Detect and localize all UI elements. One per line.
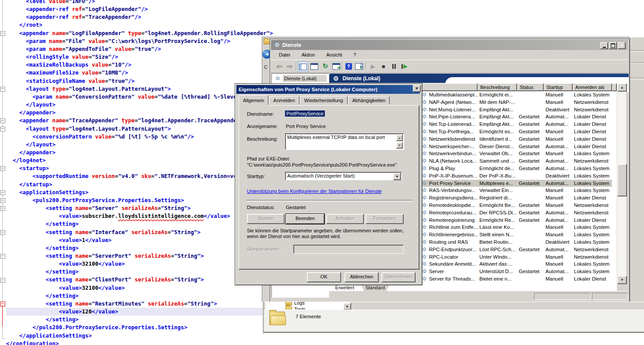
fold-marker-red[interactable]: − [0,302,5,306]
description-field[interactable]: Multiplexes external TCP/IP data on loca… [285,133,404,150]
tab-erweitert[interactable]: Erweitert [330,285,359,291]
column-header-anmelden-als[interactable]: Anmelden als [573,83,612,91]
column-header-status[interactable]: Status [517,83,544,91]
start-button[interactable]: Starten [247,214,285,224]
startoptions-help-link[interactable]: Unterstützung beim Konfigurieren der Sta… [247,189,382,194]
forward-icon[interactable]: ⇨ [285,61,295,71]
tab-standard[interactable]: Standard [361,285,390,291]
column-header-starttyp[interactable]: Starttyp [544,83,573,91]
pause-service-icon[interactable] [389,61,399,71]
tree-item-dienste-lokal[interactable]: Dienste (Lokal) [283,75,327,82]
action-pane-toggle-icon[interactable]: ▶ [354,61,364,71]
service-status: Gestartet [519,135,545,143]
services-window-title: Dienste [282,42,301,48]
menu-ansicht[interactable]: Ansicht [326,52,342,57]
banner-title: Dienste (Lokal) [343,75,380,82]
service-starttype: Manuell [545,224,573,231]
code-line[interactable]: </log4net> [6,156,268,164]
service-starttype: Deaktiviert [545,172,573,180]
scroll-up-icon[interactable]: ▲ [396,135,403,141]
code-line[interactable]: <appender-ref ref="LogFileAppender"/> [6,5,282,13]
close-button[interactable]: × [618,42,626,49]
service-name: Remoteregistrierung [429,217,478,224]
services-titlebar[interactable]: ⚙ Dienste × [271,40,628,50]
folder-row[interactable]: Logs [285,302,305,306]
code-line[interactable]: <param name="AppendToFile" value="true"/… [6,45,282,53]
service-description: Empfängt Akt... [479,121,518,128]
code-line[interactable]: <setting name="RestartMinutes" serialize… [6,300,301,308]
service-logon-as: Lokaler Dienst [574,113,613,121]
dialog-tab-page: Dienstname: PortProxyService Anzeigename… [239,105,419,270]
menu-hilfe[interactable]: ? [353,52,356,57]
menu-datei[interactable]: Datei [279,52,290,57]
fold-marker[interactable]: − [0,190,5,195]
minimize-button[interactable] [600,42,608,49]
code-line[interactable]: </root> [6,21,275,29]
code-line[interactable]: <appender-ref ref="TraceAppender"/> [6,13,282,21]
fold-marker[interactable]: − [0,166,5,171]
column-header-stub [612,83,617,91]
pause-button[interactable]: Anhalten [326,214,364,224]
tab-wiederherstellung[interactable]: Wiederherstellung [300,96,348,104]
stop-button[interactable]: Beenden [286,214,324,224]
start-service-icon[interactable]: ▶ [368,61,378,71]
startparam-hint-line2: wenn der Dienst von hier aus gestartet w… [247,234,341,240]
resume-button[interactable]: Fortsetzen [366,214,404,224]
restart-service-icon[interactable]: ▶ [400,61,409,71]
service-name-value[interactable]: PortProxyService [285,110,325,117]
tab-allgemein[interactable]: Allgemein [239,95,268,105]
code-line[interactable]: </setting> [6,316,301,324]
code-line[interactable]: </applicationSettings> [6,332,275,340]
starttype-combobox[interactable]: Automatisch (Verzögerter Start) ▼ [285,172,402,180]
fold-marker[interactable]: − [0,118,5,123]
dialog-titlebar[interactable]: Eigenschaften von Port Proxy Service (Lo… [236,85,420,94]
xml-config-editor[interactable]: <level value="INFO"/><appender-ref ref="… [0,0,271,345]
scroll-up-icon[interactable]: ▲ [617,83,627,92]
fold-marker[interactable]: − [0,230,5,235]
combobox-dropdown-icon[interactable]: ▼ [393,173,401,180]
ok-button[interactable]: OK [307,272,341,282]
startparam-input[interactable] [293,245,404,254]
column-header-beschreibung[interactable]: Beschreibung [478,83,517,91]
cancel-button[interactable]: Abbrechen [345,272,379,282]
fold-marker[interactable]: − [0,198,5,203]
service-name: Server [429,268,478,275]
code-line[interactable]: </setting> [6,292,301,300]
code-line[interactable]: <maxSizeRollBackups value="10"/> [6,61,282,69]
refresh-icon[interactable]: ↻ [320,61,330,71]
fold-marker[interactable]: − [0,254,5,259]
code-line[interactable]: <param name="File" value="C:\work\logs\P… [6,37,282,45]
fold-marker[interactable]: − [0,87,5,92]
scrollbar-thumb[interactable] [617,164,627,196]
code-line[interactable]: <maximumFileSize value="10MB"/> [6,69,282,77]
service-status: Gestartet [519,121,545,128]
tab-anmelden[interactable]: Anmelden [269,96,299,104]
console-tree-toggle-icon[interactable] [298,61,308,72]
dialog-close-icon[interactable]: × [413,85,421,92]
fold-marker[interactable]: − [0,278,5,283]
service-status: Gestartet [519,268,545,275]
tab-abhaengigkeiten[interactable]: Abhängigkeiten [348,96,390,104]
menu-aktion[interactable]: Aktion [302,52,315,57]
export-list-icon[interactable]: ➜ [331,61,341,71]
fold-marker[interactable]: − [0,127,5,132]
help-icon[interactable]: ? [344,61,353,71]
fold-marker[interactable]: − [0,206,5,211]
scroll-down-icon[interactable]: ▼ [617,276,627,284]
explorer-folder-list[interactable]: Logs Tools [265,302,350,310]
fold-marker[interactable]: − [0,31,5,36]
code-line[interactable]: </puls200.PortProxyService.Properties.Se… [6,324,288,331]
dropdown-icon[interactable]: ▼ [343,303,351,310]
exe-path-value: "C:\work\ais\puls200.PortProxyService\pu… [247,162,397,167]
properties-icon[interactable] [310,61,319,71]
maximize-button[interactable] [609,42,617,49]
code-line[interactable]: <rollingStyle value="Size"/> [6,53,282,61]
scroll-down-icon[interactable]: ▼ [396,142,403,149]
services-scrollbar[interactable]: ▲ ▼ [617,83,626,283]
code-line[interactable]: </configuration> [6,340,262,345]
apply-button[interactable]: Übernehmen [381,272,415,282]
code-line[interactable]: <level value="INFO"/> [6,0,282,5]
stop-service-icon[interactable]: ■ [379,61,388,71]
code-line[interactable]: <appender name="LogFileAppender" type="l… [6,29,275,37]
back-icon[interactable]: ⇦ [274,61,284,71]
